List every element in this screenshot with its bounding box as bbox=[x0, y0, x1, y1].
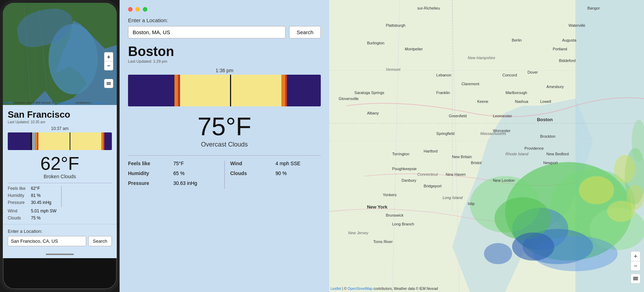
map-label-biddeford: Biddeford bbox=[559, 58, 575, 63]
map-label-new-haven: New Haven bbox=[446, 172, 466, 176]
map-label-leominster: Leominster bbox=[493, 114, 512, 118]
map-label-marlborough: Marlborough bbox=[505, 91, 527, 95]
map-label-bristol: Bristol bbox=[471, 161, 482, 165]
map-label-portland: Portland bbox=[553, 47, 567, 51]
phone-city-name: San Francisco bbox=[8, 109, 112, 120]
phone-zoom-out[interactable]: − bbox=[104, 61, 113, 70]
phone-wind-value: 5.01 mph SW bbox=[31, 209, 57, 213]
map-label-albany: Albany bbox=[367, 111, 379, 115]
desktop-clouds-label: Clouds bbox=[230, 170, 276, 176]
map-label-new-britain: New Britain bbox=[452, 155, 472, 159]
desktop-location-input[interactable] bbox=[128, 26, 286, 38]
phone-temperature: 62°F bbox=[8, 154, 112, 174]
phone-map-controls: + − bbox=[104, 52, 113, 70]
map-label-yonkers: Yonkers bbox=[383, 193, 396, 197]
map-label-nashua: Nashua bbox=[515, 99, 528, 104]
map-zoom-controls: + − bbox=[631, 251, 640, 271]
window-dots bbox=[128, 7, 321, 12]
home-bar bbox=[46, 254, 74, 255]
phone-time-label: 10:37 am bbox=[8, 126, 112, 131]
map-label-toms-river: Toms River bbox=[373, 240, 393, 244]
map-label-new-hampshire: New Hampshire bbox=[468, 56, 495, 60]
map-label-sur-richelieu: sur-Richelieu bbox=[417, 6, 440, 10]
phone-weather-panel: San Francisco Last Updated: 10:35 am 10:… bbox=[3, 105, 117, 224]
map-label-brunswick: Brunswick bbox=[386, 213, 403, 217]
map-label-bangor: Bangor bbox=[587, 6, 600, 10]
map-zoom-out[interactable]: − bbox=[631, 261, 640, 271]
window-dot-close[interactable] bbox=[128, 7, 133, 12]
desktop-last-updated: Last Updated: 1:29 pm bbox=[128, 59, 321, 63]
map-panel: sur-Richelieu Bangor Plattsburgh Watervi… bbox=[329, 0, 644, 292]
desktop-wind-label: Wind bbox=[230, 161, 276, 166]
desktop-feels-like-label: Feels like bbox=[128, 161, 156, 166]
phone-last-updated: Last Updated: 10:35 am bbox=[8, 120, 112, 124]
map-label-rhode-island: Rhode Island bbox=[505, 152, 528, 156]
map-label-berlin: Berlin bbox=[512, 38, 522, 42]
phone-clouds-value: 75 % bbox=[31, 216, 40, 220]
phone-location-input[interactable] bbox=[8, 236, 86, 246]
map-label-lebanon: Lebanon bbox=[436, 73, 451, 77]
phone-location-label: Enter a Location: bbox=[8, 229, 112, 234]
map-label-amesbury: Amesbury bbox=[547, 85, 564, 89]
phone-screen: + − Leaflet | Weather data © IEM Nexrad,… bbox=[3, 3, 117, 289]
map-label-lowell: Lowell bbox=[540, 99, 551, 104]
map-label-springfield: Springfield bbox=[436, 131, 454, 136]
phone-layers-btn[interactable] bbox=[104, 77, 113, 88]
map-layers-button[interactable] bbox=[631, 274, 640, 284]
window-dot-minimize[interactable] bbox=[135, 7, 140, 12]
map-label-keene: Keene bbox=[477, 99, 489, 104]
svg-rect-7 bbox=[107, 82, 111, 83]
map-label-islip: Islip bbox=[468, 201, 475, 206]
map-label-concord: Concord bbox=[502, 73, 517, 77]
phone-sun-bar bbox=[8, 132, 112, 150]
phone-zoom-in[interactable]: + bbox=[104, 52, 113, 61]
desktop-location-label: Enter a Location: bbox=[128, 17, 321, 23]
map-label-long-island: Long Island bbox=[442, 195, 463, 200]
desktop-feels-like-value: 75°F bbox=[173, 161, 219, 166]
desktop-humidity-value: 65 % bbox=[173, 170, 219, 176]
map-label-dover: Dover bbox=[528, 70, 538, 74]
map-label-saratoga: Saratoga Springs bbox=[355, 91, 384, 95]
map-label-poughkeepsie: Poughkeepsie bbox=[392, 167, 417, 171]
map-label-claremont: Claremont bbox=[461, 82, 479, 86]
phone-search-button[interactable]: Search bbox=[88, 236, 112, 246]
map-label-burlington: Burlington bbox=[367, 41, 384, 45]
map-label-augusta: Augusta bbox=[562, 38, 576, 42]
phone-frame: + − Leaflet | Weather data © IEM Nexrad,… bbox=[0, 0, 120, 292]
phone-feels-like-value: 62°F bbox=[31, 186, 40, 191]
svg-rect-8 bbox=[107, 83, 111, 84]
desktop-clouds-value: 90 % bbox=[275, 170, 321, 176]
svg-rect-9 bbox=[107, 84, 111, 85]
map-label-danbury: Danbury bbox=[402, 178, 416, 182]
desktop-sun-bar bbox=[128, 75, 321, 106]
map-footer: Leaflet | © OpenStreetMap contributors, … bbox=[331, 287, 438, 291]
desktop-time-label: 1:36 pm bbox=[128, 68, 321, 73]
map-zoom-in[interactable]: + bbox=[631, 251, 640, 261]
phone-stats: Feels like 62°F Humidity 81 % Pressure 3… bbox=[8, 183, 112, 220]
map-label-waterville: Waterville bbox=[568, 23, 585, 27]
map-label-new-bedford: New Bedford bbox=[547, 152, 569, 156]
phone-humidity-label: Humidity bbox=[8, 193, 29, 198]
map-label-plattsburgh: Plattsburgh bbox=[386, 23, 406, 27]
map-label-worcester: Worcester bbox=[493, 129, 510, 133]
desktop-stats: Feels like Humidity Pressure 75°F 65 % 3… bbox=[128, 155, 321, 189]
map-label-bridgeport: Bridgeport bbox=[424, 184, 442, 188]
desktop-search-button[interactable]: Search bbox=[289, 26, 321, 38]
map-label-newport: Newport bbox=[543, 161, 558, 165]
map-label-new-london: New London bbox=[493, 178, 515, 182]
window-dot-maximize[interactable] bbox=[143, 7, 147, 12]
desktop-humidity-label: Humidity bbox=[128, 170, 149, 176]
map-label-new-jersey: New Jersey bbox=[348, 231, 368, 235]
desktop-temperature: 75°F bbox=[128, 112, 321, 141]
map-label-massachusetts: Massachusetts bbox=[480, 131, 506, 136]
phone-location-form: Enter a Location: Search bbox=[3, 224, 117, 250]
map-label-montpelier: Montpelier bbox=[405, 47, 423, 51]
map-label-brockton: Brockton bbox=[540, 134, 555, 138]
svg-rect-38 bbox=[633, 278, 638, 279]
desktop-condition: Overcast Clouds bbox=[128, 141, 321, 148]
desktop-weather-panel: Enter a Location: Search Boston Last Upd… bbox=[120, 0, 329, 292]
map-label-vermont: Vermont bbox=[386, 67, 400, 72]
map-label-connecticut: Connecticut bbox=[417, 172, 438, 176]
desktop-city-name: Boston bbox=[128, 44, 321, 59]
svg-rect-37 bbox=[633, 277, 638, 278]
